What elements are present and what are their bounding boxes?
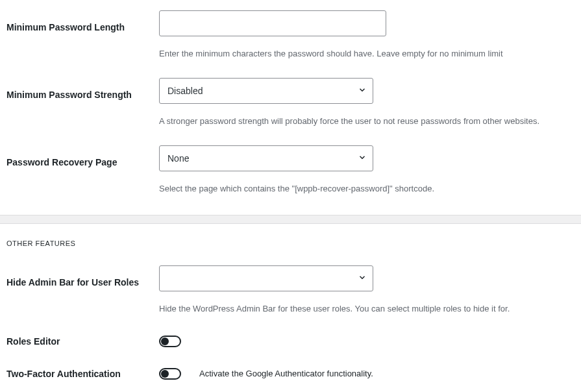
settings-form: Minimum Password Length Enter the minimu…	[0, 0, 581, 380]
label-password-recovery-page: Password Recovery Page	[6, 157, 117, 167]
row-min-password-length: Minimum Password Length Enter the minimu…	[0, 0, 581, 60]
row-min-password-strength: Minimum Password Strength Disabled A str…	[0, 67, 581, 127]
row-password-recovery-page: Password Recovery Page None Select the p…	[0, 135, 581, 195]
hide-admin-bar-select[interactable]	[159, 265, 373, 291]
toggle-knob-icon	[161, 337, 169, 345]
min-password-strength-select[interactable]: Disabled	[159, 78, 373, 104]
password-recovery-page-select[interactable]: None	[159, 145, 373, 171]
two-factor-auth-desc: Activate the Google Authenticator functi…	[199, 369, 373, 378]
label-min-password-length: Minimum Password Length	[6, 22, 125, 32]
label-roles-editor: Roles Editor	[6, 336, 60, 347]
help-hide-admin-bar: Hide the WordPress Admin Bar for these u…	[159, 303, 568, 315]
two-factor-auth-toggle[interactable]	[159, 368, 181, 380]
label-min-password-strength: Minimum Password Strength	[6, 90, 132, 100]
label-two-factor-auth: Two-Factor Authentication	[6, 369, 121, 379]
help-min-password-length: Enter the minimum characters the passwor…	[159, 48, 568, 60]
row-hide-admin-bar: Hide Admin Bar for User Roles Hide the W…	[0, 255, 581, 315]
section-divider	[0, 215, 581, 224]
toggle-knob-icon	[161, 370, 169, 378]
help-password-recovery-page: Select the page which contains the "[wpp…	[159, 183, 568, 195]
roles-editor-toggle[interactable]	[159, 336, 181, 347]
row-two-factor-auth: Two-Factor Authentication Activate the G…	[0, 355, 581, 380]
help-min-password-strength: A stronger password strength will probab…	[159, 116, 568, 127]
section-heading-other-features: OTHER FEATURES	[0, 224, 581, 255]
label-hide-admin-bar: Hide Admin Bar for User Roles	[6, 277, 139, 288]
min-password-length-input[interactable]	[159, 10, 386, 36]
row-roles-editor: Roles Editor	[0, 323, 581, 347]
